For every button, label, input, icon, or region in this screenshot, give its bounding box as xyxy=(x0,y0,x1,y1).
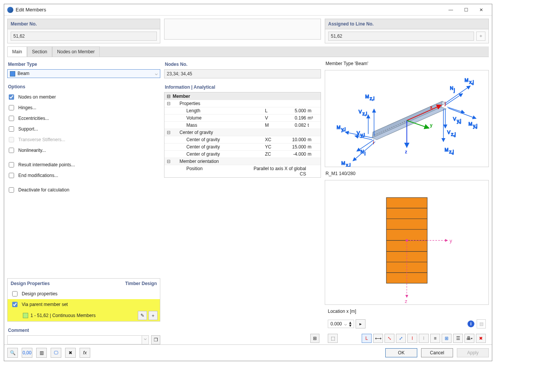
edit-memberset-button[interactable]: ✎ xyxy=(138,311,147,320)
axes2-button[interactable]: ⤡ xyxy=(385,334,394,343)
collapse-icon[interactable]: ⊟ xyxy=(166,94,171,99)
section-preview[interactable]: y z xyxy=(325,180,489,305)
tab-nodes[interactable]: Nodes on Member xyxy=(52,46,100,57)
svg-point-60 xyxy=(405,239,408,241)
chk-transverse-stiffeners xyxy=(9,137,14,142)
design-properties-panel: Design Properties Timber Design Design p… xyxy=(7,278,160,322)
collapse-icon[interactable]: ⊟ xyxy=(166,130,171,135)
view-mode-button[interactable]: ⬚ xyxy=(328,334,338,343)
maximize-button[interactable]: ☐ xyxy=(458,6,474,14)
beam-color-swatch xyxy=(10,71,15,76)
tab-bar: Main Section Nodes on Member xyxy=(7,46,489,57)
chk-support[interactable] xyxy=(9,126,14,132)
tab-section[interactable]: Section xyxy=(27,46,52,57)
chk-result-intermediate[interactable] xyxy=(9,162,14,167)
minimize-button[interactable]: — xyxy=(443,6,458,14)
panel-middle-top xyxy=(164,19,321,40)
svg-text:M: M xyxy=(445,147,448,153)
section-i2-button[interactable]: I xyxy=(419,334,429,343)
svg-text:i: i xyxy=(364,151,365,156)
units-button[interactable]: 0,00 xyxy=(22,348,32,358)
svg-text:V: V xyxy=(453,116,456,122)
spin-down-icon[interactable]: ▾ xyxy=(349,324,351,327)
comment-input[interactable] xyxy=(8,336,142,344)
svg-text:M: M xyxy=(365,94,369,99)
label-design-properties: Design Properties xyxy=(11,281,50,286)
comment-library-button[interactable]: ❐ xyxy=(151,335,160,344)
chk-via-parent-memberset[interactable] xyxy=(12,302,18,307)
help-button[interactable]: 🔍 xyxy=(7,348,18,358)
chk-eccentricities[interactable] xyxy=(9,116,14,121)
collapse-icon[interactable]: ⊟ xyxy=(166,101,171,106)
list-button[interactable]: ☰ xyxy=(453,334,463,343)
svg-text:M: M xyxy=(341,161,345,166)
delete-button[interactable]: ✖ xyxy=(476,334,486,343)
cancel-button[interactable]: Cancel xyxy=(421,348,453,357)
label-information: Information | Analytical xyxy=(164,82,321,92)
chk-design-properties[interactable] xyxy=(12,291,18,296)
svg-text:z: z xyxy=(405,149,407,155)
member-type-value: Beam xyxy=(18,71,29,76)
app-icon xyxy=(7,7,13,13)
dimension-button[interactable]: ⟷ xyxy=(373,334,383,343)
nodes-no-input[interactable]: 23,34; 34,45 xyxy=(164,69,321,78)
location-x-input[interactable]: 0.000 ⌵ ▴ ▾ xyxy=(328,320,354,328)
memberset-label: 1 - 51,62 | Continuous Members xyxy=(30,313,96,318)
svg-line-27 xyxy=(353,142,375,161)
principal-axes-button[interactable]: ⤢ xyxy=(396,334,406,343)
label-timber-design: Timber Design xyxy=(125,281,157,286)
memberset-color-swatch xyxy=(23,313,28,318)
svg-text:z: z xyxy=(405,298,407,304)
info-tree: ⊟Member ⊟Properties LengthL5.000m Volume… xyxy=(164,92,321,178)
collapse-icon[interactable]: ⊟ xyxy=(166,159,171,164)
svg-text:y: y xyxy=(450,238,452,244)
play-button[interactable]: ▸ xyxy=(356,319,365,328)
grid-button[interactable]: ⊞ xyxy=(442,334,452,343)
member-no-input[interactable]: 51,62 xyxy=(11,32,157,41)
label-member-no: Member No. xyxy=(8,19,160,29)
assigned-input[interactable]: 51,62 xyxy=(328,32,474,41)
svg-line-24 xyxy=(357,140,374,151)
label-location-x: Location x [m] xyxy=(328,309,356,314)
grid-tool-button[interactable]: ⊞ xyxy=(310,334,319,343)
axes-button[interactable]: L xyxy=(362,334,372,343)
panel-member-no: Member No. 51,62 xyxy=(7,19,160,43)
print-button[interactable]: 🖶▾ xyxy=(464,334,474,343)
chk-hinges[interactable] xyxy=(9,105,14,110)
reset-button[interactable]: ✖ xyxy=(65,348,76,358)
beam-preview[interactable]: x y z i j Mz,i Vz,i xyxy=(325,70,489,167)
new-memberset-button[interactable]: ＋ xyxy=(148,311,158,320)
svg-text:y,j: y,j xyxy=(473,123,477,129)
svg-marker-0 xyxy=(372,107,446,140)
comment-dropdown-icon[interactable]: ⌵ xyxy=(142,336,148,344)
chk-nodes-on-member[interactable] xyxy=(9,94,14,100)
info-icon[interactable]: i xyxy=(468,320,474,327)
svg-line-33 xyxy=(445,94,463,105)
label-comment: Comment xyxy=(7,325,160,335)
svg-text:M: M xyxy=(468,121,472,127)
function-button[interactable]: fx xyxy=(80,348,90,358)
svg-text:y,j: y,j xyxy=(457,118,461,124)
svg-line-39 xyxy=(448,108,476,118)
filter-icon[interactable]: ▤ xyxy=(477,319,486,328)
stress-button[interactable]: ≡ xyxy=(430,334,440,343)
member-type-select[interactable]: Beam ⌵ xyxy=(7,69,160,78)
tab-main[interactable]: Main xyxy=(7,46,27,57)
chk-deactivate[interactable] xyxy=(9,187,14,193)
chk-nonlinearity[interactable] xyxy=(9,148,14,153)
svg-line-36 xyxy=(447,107,465,113)
section-i-button[interactable]: I xyxy=(407,334,417,343)
svg-text:N: N xyxy=(450,86,453,91)
colors-button[interactable]: ▥ xyxy=(36,348,47,358)
chevron-down-icon: ⌵ xyxy=(344,321,347,327)
svg-text:y,i: y,i xyxy=(361,132,365,138)
titlebar[interactable]: Edit Members — ☐ ✕ xyxy=(4,4,492,16)
pick-line-icon[interactable]: ✦ xyxy=(476,32,485,41)
svg-text:j: j xyxy=(453,88,455,93)
svg-text:y,i: y,i xyxy=(341,127,345,132)
ok-button[interactable]: OK xyxy=(385,348,417,357)
display-button[interactable]: 🖵 xyxy=(51,348,61,358)
chk-end-modifications[interactable] xyxy=(9,173,14,178)
close-button[interactable]: ✕ xyxy=(474,6,489,14)
label-member-type: Member Type xyxy=(7,59,160,69)
